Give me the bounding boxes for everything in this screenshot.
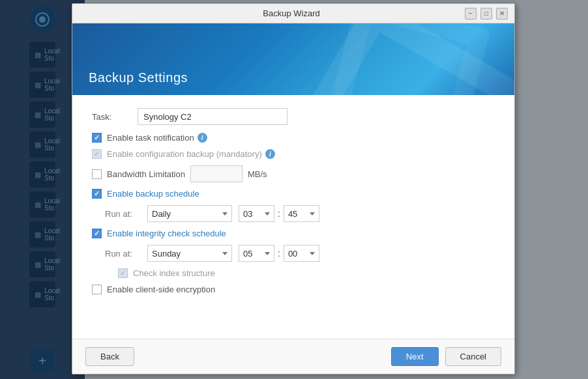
task-input[interactable] xyxy=(138,108,287,125)
check-index-checkbox[interactable] xyxy=(118,268,128,278)
integrity-minute-value: 00 xyxy=(288,249,297,259)
notification-info-icon[interactable]: i xyxy=(198,133,207,143)
config-backup-label: Enable configuration backup (mandatory) xyxy=(107,149,262,159)
cancel-button[interactable]: Cancel xyxy=(445,347,501,366)
integrity-frequency-dropdown[interactable]: Sunday xyxy=(147,245,232,262)
form-content: Task: Enable task notification i Enable … xyxy=(72,95,514,339)
backup-hour-dropdown[interactable]: 03 xyxy=(239,205,274,222)
enable-notification-checkbox[interactable] xyxy=(92,133,102,143)
integrity-hour-value: 05 xyxy=(243,249,252,259)
maximize-button[interactable]: □ xyxy=(480,8,492,20)
integrity-run-at-label: Run at: xyxy=(105,249,147,259)
integrity-minute-arrow xyxy=(310,252,315,255)
integrity-run-at-row: Run at: Sunday 05 : 00 xyxy=(105,245,495,262)
integrity-schedule-checkbox[interactable] xyxy=(92,229,102,238)
check-index-label: Check index structure xyxy=(133,268,215,278)
close-button[interactable]: ✕ xyxy=(496,8,508,20)
backup-run-at-row: Run at: Daily 03 : 45 xyxy=(105,205,495,222)
bandwidth-input[interactable] xyxy=(190,165,243,182)
integrity-frequency-arrow xyxy=(222,252,228,255)
bandwidth-row: Bandwidth Limitation MB/s xyxy=(92,165,495,182)
integrity-hour-dropdown[interactable]: 05 xyxy=(239,245,274,262)
time-colon-1: : xyxy=(278,208,280,219)
backup-minute-dropdown[interactable]: 45 xyxy=(284,205,319,222)
header-banner: Backup Settings xyxy=(72,23,514,95)
backup-hour-value: 03 xyxy=(243,209,252,219)
window-controls: − □ ✕ xyxy=(465,8,508,20)
backup-wizard-modal: Backup Wizard − □ ✕ Backup Settings Task… xyxy=(72,3,515,374)
integrity-hour-arrow xyxy=(265,252,270,255)
footer-right: Next Cancel xyxy=(391,347,501,366)
encryption-checkbox[interactable] xyxy=(92,285,102,294)
title-bar: Backup Wizard − □ ✕ xyxy=(72,4,514,23)
integrity-schedule-label: Enable integrity check schedule xyxy=(107,229,226,238)
task-label: Task: xyxy=(92,112,131,122)
next-button[interactable]: Next xyxy=(391,347,439,366)
backup-schedule-row: Enable backup schedule xyxy=(92,189,495,199)
encryption-row: Enable client-side encryption xyxy=(92,285,495,294)
backup-run-at-label: Run at: xyxy=(105,209,147,219)
minimize-button[interactable]: − xyxy=(465,8,477,20)
backup-frequency-arrow xyxy=(222,212,228,216)
page-title: Backup Settings xyxy=(89,70,188,85)
backup-frequency-dropdown[interactable]: Daily xyxy=(147,205,232,222)
enable-notification-label: Enable task notification xyxy=(107,133,194,143)
encryption-label: Enable client-side encryption xyxy=(107,285,215,294)
bandwidth-unit: MB/s xyxy=(248,169,267,179)
bandwidth-checkbox[interactable] xyxy=(92,169,102,179)
backup-minute-arrow xyxy=(310,212,315,216)
backup-schedule-checkbox[interactable] xyxy=(92,189,102,199)
backup-hour-arrow xyxy=(265,212,270,216)
integrity-frequency-value: Sunday xyxy=(152,249,181,259)
footer: Back Next Cancel xyxy=(72,339,514,374)
backup-schedule-label: Enable backup schedule xyxy=(107,189,199,199)
config-backup-info-icon[interactable]: i xyxy=(265,149,275,159)
time-colon-2: : xyxy=(278,248,280,259)
config-backup-checkbox[interactable] xyxy=(92,149,102,159)
config-backup-row: Enable configuration backup (mandatory) … xyxy=(92,149,495,159)
check-index-row: Check index structure xyxy=(118,268,495,278)
task-row: Task: xyxy=(92,108,495,125)
backup-minute-value: 45 xyxy=(288,209,297,219)
integrity-schedule-row: Enable integrity check schedule xyxy=(92,229,495,238)
integrity-minute-dropdown[interactable]: 00 xyxy=(284,245,319,262)
notification-row: Enable task notification i xyxy=(92,133,495,143)
bandwidth-label: Bandwidth Limitation xyxy=(107,169,185,179)
window-title: Backup Wizard xyxy=(118,8,465,18)
backup-frequency-value: Daily xyxy=(152,209,171,219)
back-button[interactable]: Back xyxy=(85,347,134,366)
